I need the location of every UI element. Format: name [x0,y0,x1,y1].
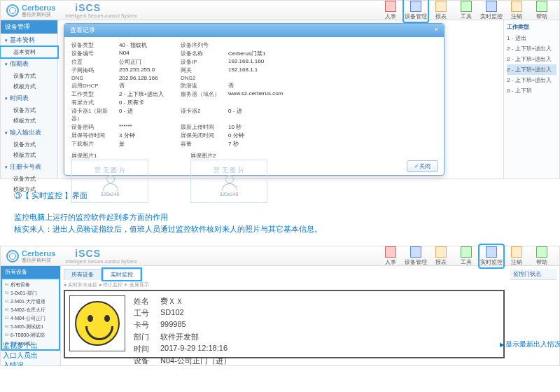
field-value: N04 [119,50,175,57]
sidebar-item[interactable]: 设备方式 [1,105,57,115]
monitor-icon [486,1,497,12]
field-value [228,99,284,106]
nav-tools[interactable]: 工具 [454,245,478,267]
nav-monitor[interactable]: 实时监控 [479,245,503,267]
field-label: 读卡器2 [181,107,223,122]
close-button[interactable]: ✓关闭 [407,160,438,172]
sidebar-item[interactable]: 模板方式 [1,150,57,160]
tree-item[interactable]: 6-T0000-测试部 [5,331,56,340]
field-label: 设备编号 [71,50,113,57]
field-label: 设备名称 [181,50,223,57]
sidebar-item[interactable]: 模板方式 [1,115,57,126]
field-label: 设备序列号 [181,41,223,49]
anno-left: 监视多个出 入口人员出 入情况 [3,341,52,366]
iscs-sub: Intelligent Secure-control System [65,259,137,264]
field-value: 0 - 所有卡 [119,99,175,106]
field-label: 工作类型 [71,90,113,98]
tree-title: 所有设备 [1,266,60,278]
nav-report[interactable]: 报表 [429,245,453,267]
info-row: 卡号999985 [134,319,231,331]
toolbar-crumb[interactable]: ● 实时并未连接 ● 停止监控 ⊕ 全屏显示 [64,280,505,290]
nav-tools[interactable]: 工具 [454,0,478,22]
worktype-item[interactable]: 2 - 上下班+进出入 [507,54,556,64]
worktype-item[interactable]: 2 - 上下班+进出入 [507,43,556,54]
tree-item[interactable]: 3-M02-仓库大厅 [5,306,56,314]
info-label: 工号 [134,308,160,318]
sidebar-item[interactable]: 基本资料 [1,47,57,57]
info-label: 姓名 [134,296,160,307]
logo-icon [6,250,19,262]
sidebar-item[interactable]: 设备方式 [1,71,57,81]
nav-device[interactable]: 设备管理 [404,245,428,267]
img1-label: 屏保图片1 [71,152,105,160]
iscs-title: iSCS [75,2,101,13]
field-label: 防潜返 [181,82,223,90]
tools-icon [461,1,472,12]
device-tree[interactable]: 所有设备1-0x01-部门2-M01-大厅通道3-M02-仓库大厅4-M04-公… [2,279,59,349]
nav-help[interactable]: 帮助 [530,245,554,267]
sidebar-item[interactable]: 设备方式 [1,174,57,184]
sidebar-item[interactable]: 模板方式 [1,81,57,92]
caption-line2: 监控电脑上运行的监控软件起到多方面的作用 [14,212,546,223]
tree-item[interactable]: 2-M01-大厅通道 [5,298,56,306]
sidebar-group[interactable]: 假期表 [1,57,57,71]
worktype-item[interactable]: 2 - 上下班+进出入 [507,64,556,75]
worktype-item[interactable]: 0 - 上下班 [507,85,556,96]
smiley-icon [75,301,120,346]
report-icon [435,1,447,12]
field-value: 0 分钟 [228,132,284,139]
device-record-modal: 查看记录 × 设备类型40 - 指纹机设备序列号设备编号N04设备名称Cerbe… [64,23,444,176]
nav-personnel[interactable]: 人事 [379,245,402,267]
people-icon [99,175,120,190]
tree-item[interactable]: 所有设备 [5,281,56,289]
door-status-panel: 监控门状态 [507,266,559,365]
field-value: 255.255.255.0 [119,66,175,74]
caption-line3: 核实来人：进出人员验证指纹后，值班人员通过监控软件核对来人的照片与其它基本信息。 [14,224,546,234]
tab-all-devices[interactable]: 所有设备 [64,269,102,280]
person-icon [385,1,396,12]
worktype-item[interactable]: 2 - 上下班+进出入 [507,75,556,85]
nav-personnel[interactable]: 人事 [379,0,402,22]
device-mgmt-app: Cerberus 塞伯罗斯科技 iSCS Intelligent Secure-… [0,0,560,179]
field-label: 服务器（域名） [181,90,223,98]
sidebar-group[interactable]: 输入输出表 [1,126,57,139]
nav-report[interactable]: 报表 [429,0,453,22]
sidebar-group[interactable]: 基本资料 [1,34,57,47]
sidebar-item[interactable]: 设备方式 [1,139,57,150]
nav-logout[interactable]: 注销 [505,245,528,267]
left-sidebar: 设备管理 基本资料基本资料假期表设备方式模板方式时间表设备方式模板方式输入输出表… [1,20,58,178]
help-icon [536,1,547,12]
field-label [181,99,223,106]
info-value: N04-公司正门（进） [160,356,231,366]
field-value [228,41,284,49]
nav-logout[interactable]: 注销 [505,0,528,22]
screensaver-images: 屏保图片1 暂 无 图 片 320x240 屏保图片2 暂 无 图 片 320x… [71,152,437,203]
field-label: 启用DHCP [71,82,113,90]
field-value: 192.168.1.160 [228,58,284,66]
brand-sub: 塞伯罗斯科技 [22,12,55,17]
close-icon[interactable]: × [435,26,438,35]
field-label: 下载相片 [71,140,113,148]
tab-realtime[interactable]: 实时监控 [103,269,141,280]
tab-bar: 所有设备 实时监控 [64,269,505,280]
person-photo [69,295,125,351]
top-nav: 人事 设备管理 报表 工具 实时监控 注销 帮助 [379,0,554,22]
sidebar-item[interactable]: 模板方式 [1,184,57,195]
sidebar-group[interactable]: 时间表 [1,92,57,105]
tree-item[interactable]: 5-M05-测试锁1 [5,323,56,331]
nav-help[interactable]: 帮助 [530,0,554,22]
tree-item[interactable]: 1-0x01-部门 [5,289,56,298]
info-label: 部门 [134,332,160,342]
img2-placeholder: 暂 无 图 片 320x240 [190,160,267,203]
nav-monitor[interactable]: 实时监控 [479,0,503,22]
rside-title: 工作类型 [507,23,556,31]
field-label: 网关 [181,66,223,74]
brand-sub: 塞伯罗斯科技 [22,258,55,262]
field-label: 设备IP [181,58,223,66]
sidebar-group[interactable]: 注册卡号表 [1,160,57,174]
device-icon [410,1,421,12]
person-info: 姓名费ＸＸ工号SD102卡号999985部门软件开发部时间2017-9-29 1… [134,295,231,353]
worktype-item[interactable]: 1 - 进出 [507,33,556,43]
nav-device[interactable]: 设备管理 [404,0,428,22]
tree-item[interactable]: 4-M04-公司正门 [5,314,56,323]
